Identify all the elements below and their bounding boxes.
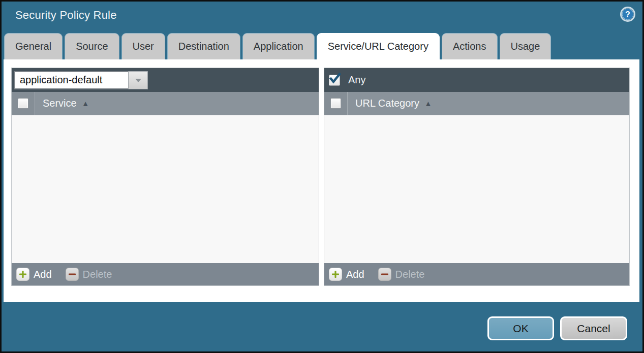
service-list — [12, 115, 319, 263]
tab-actions[interactable]: Actions — [442, 33, 498, 59]
service-add-button[interactable]: Add — [16, 268, 52, 281]
cancel-button[interactable]: Cancel — [560, 316, 627, 340]
service-type-value[interactable]: application-default — [14, 71, 128, 89]
checkmark-icon — [329, 72, 342, 84]
url-category-list — [324, 115, 629, 263]
tab-source[interactable]: Source — [65, 33, 119, 59]
url-category-column-sort[interactable]: URL Category ▲ — [355, 98, 432, 109]
plus-icon — [16, 268, 29, 281]
service-url-category-tab-panel: application-default Service ▲ — [4, 59, 639, 302]
service-select-all-cell — [12, 92, 35, 115]
url-category-any-bar: Any — [324, 68, 629, 92]
service-column-label: Service — [43, 98, 77, 109]
delete-button-label: Delete — [395, 269, 425, 280]
plus-icon — [329, 268, 342, 281]
delete-button-label: Delete — [83, 269, 112, 280]
service-select-all-checkbox[interactable] — [18, 98, 28, 109]
url-category-column-header: URL Category ▲ — [324, 92, 629, 115]
any-checkbox[interactable] — [329, 75, 340, 86]
minus-icon — [378, 268, 391, 281]
url-category-select-all-checkbox[interactable] — [330, 98, 341, 109]
service-type-bar: application-default — [12, 68, 319, 92]
ok-button[interactable]: OK — [487, 316, 554, 340]
service-panel: application-default Service ▲ — [11, 68, 319, 286]
url-category-toolbar: Add Delete — [324, 263, 629, 285]
url-category-delete-button[interactable]: Delete — [378, 268, 425, 281]
any-checkbox-label: Any — [348, 74, 365, 86]
minus-icon — [66, 268, 79, 281]
tab-user[interactable]: User — [121, 33, 165, 59]
tab-service-url-category[interactable]: Service/URL Category — [317, 33, 440, 59]
add-button-label: Add — [346, 269, 364, 280]
tab-application[interactable]: Application — [242, 33, 315, 59]
url-category-panel: Any URL Category ▲ — [324, 68, 630, 286]
url-category-select-all-cell — [324, 92, 348, 115]
svg-text:?: ? — [625, 10, 630, 19]
dialog-title: Security Policy Rule — [15, 9, 117, 22]
service-toolbar: Add Delete — [12, 263, 319, 285]
add-button-label: Add — [34, 269, 52, 280]
sort-ascending-icon: ▲ — [424, 99, 432, 108]
service-delete-button[interactable]: Delete — [66, 268, 112, 281]
service-type-dropdown: application-default — [14, 71, 148, 89]
sort-ascending-icon: ▲ — [82, 99, 89, 108]
help-button[interactable]: ? — [620, 6, 636, 22]
url-category-add-button[interactable]: Add — [329, 268, 364, 281]
service-column-header: Service ▲ — [12, 92, 319, 115]
tab-destination[interactable]: Destination — [167, 33, 240, 59]
chevron-down-icon — [134, 77, 142, 84]
service-column-sort[interactable]: Service ▲ — [43, 98, 89, 109]
tab-general[interactable]: General — [4, 33, 63, 59]
tab-bar: General Source User Destination Applicat… — [4, 33, 551, 59]
url-category-column-label: URL Category — [355, 98, 419, 109]
tab-usage[interactable]: Usage — [500, 33, 551, 59]
security-policy-rule-dialog: Security Policy Rule ? General Source Us… — [2, 2, 642, 351]
help-icon: ? — [620, 6, 636, 22]
service-type-dropdown-button[interactable] — [128, 71, 148, 89]
